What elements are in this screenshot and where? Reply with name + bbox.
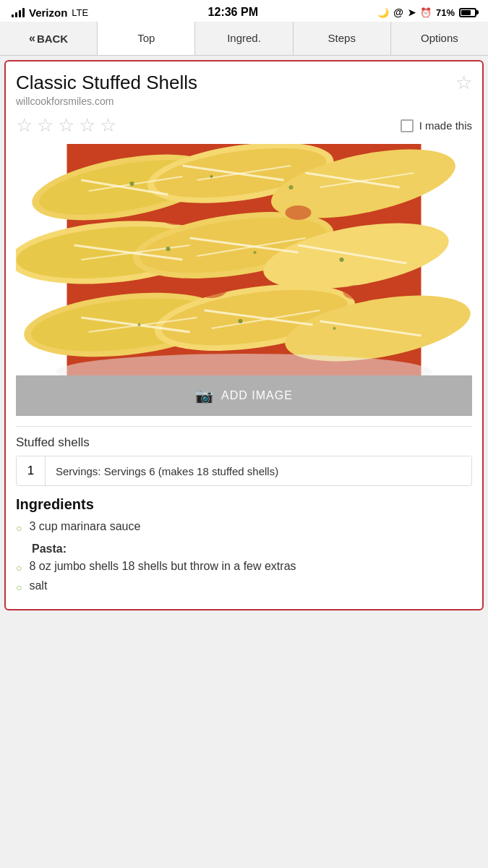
at-icon: @: [393, 7, 403, 18]
navigation-tabs: « BACK Top Ingred. Steps Options: [0, 22, 488, 56]
network-label: LTE: [72, 7, 88, 18]
servings-row: 1 Servings: Servings 6 (makes 18 stuffed…: [16, 456, 472, 486]
rating-row: ☆ ☆ ☆ ☆ ☆ I made this: [6, 107, 482, 144]
add-image-label: ADD IMAGE: [221, 389, 293, 402]
tab-ingred[interactable]: Ingred.: [195, 22, 293, 55]
svg-point-43: [239, 319, 243, 323]
battery-icon: [459, 8, 476, 17]
signal-bar-3: [19, 10, 21, 17]
recipe-description: Stuffed shells: [6, 427, 482, 456]
star-3[interactable]: ☆: [58, 114, 74, 137]
star-5[interactable]: ☆: [100, 114, 116, 137]
tab-steps-label: Steps: [328, 32, 356, 44]
status-left: Verizon LTE: [12, 7, 88, 19]
tab-top-label: Top: [137, 32, 155, 44]
ingredient-text: 3 cup marinara sauce: [29, 520, 140, 533]
star-rating[interactable]: ☆ ☆ ☆ ☆ ☆: [16, 114, 116, 137]
food-image: [16, 144, 472, 375]
signal-bar-4: [22, 8, 25, 17]
battery-percent: 71%: [436, 7, 455, 18]
ingredient-item: ○ 8 oz jumbo shells 18 shells but throw …: [16, 560, 472, 574]
back-label: BACK: [37, 33, 68, 45]
svg-point-35: [343, 285, 369, 299]
recipe-source: willcookforsmiles.com: [16, 95, 472, 107]
svg-point-34: [196, 279, 228, 298]
made-this-section: I made this: [401, 119, 472, 132]
ingredient-item: ○ 3 cup marinara sauce: [16, 520, 472, 534]
time-display: 12:36 PM: [208, 6, 258, 19]
svg-point-38: [289, 185, 294, 190]
ingredient-item: ○ salt: [16, 579, 472, 593]
made-this-checkbox[interactable]: [401, 119, 414, 132]
add-image-button[interactable]: 📷 ADD IMAGE: [16, 375, 472, 416]
svg-point-42: [138, 323, 141, 326]
ingredients-section: Ingredients ○ 3 cup marinara sauce Pasta…: [6, 496, 482, 609]
back-button[interactable]: « BACK: [0, 22, 98, 55]
signal-bars: [12, 7, 25, 17]
star-4[interactable]: ☆: [79, 114, 95, 137]
made-this-label: I made this: [419, 119, 472, 132]
favorite-star-button[interactable]: ☆: [455, 72, 472, 94]
tab-options-label: Options: [421, 32, 458, 44]
svg-point-41: [340, 258, 344, 262]
status-bar: Verizon LTE 12:36 PM 🌙 @ ➤ ⏰ 71%: [0, 0, 488, 22]
bullet-icon: ○: [16, 562, 22, 574]
bullet-icon: ○: [16, 522, 22, 534]
svg-point-36: [130, 182, 134, 186]
svg-point-40: [254, 251, 257, 254]
servings-number[interactable]: 1: [17, 456, 46, 485]
food-image-container: [16, 144, 472, 375]
camera-icon: 📷: [195, 387, 214, 404]
back-chevron-icon: «: [29, 32, 35, 45]
svg-point-32: [161, 208, 190, 225]
alarm-icon: ⏰: [420, 7, 432, 18]
recipe-header: Classic Stuffed Shells willcookforsmiles…: [6, 61, 482, 107]
star-1[interactable]: ☆: [16, 114, 33, 137]
star-2[interactable]: ☆: [37, 114, 53, 137]
moon-icon: 🌙: [377, 7, 389, 18]
bullet-icon: ○: [16, 582, 22, 593]
ingredient-text: 8 oz jumbo shells 18 shells but throw in…: [29, 560, 296, 573]
tab-top[interactable]: Top: [98, 22, 195, 55]
status-right: 🌙 @ ➤ ⏰ 71%: [377, 7, 476, 18]
tab-steps[interactable]: Steps: [294, 22, 391, 55]
carrier-label: Verizon: [29, 7, 67, 19]
signal-bar-2: [15, 12, 17, 17]
signal-bar-1: [12, 14, 14, 17]
svg-point-44: [333, 327, 336, 330]
ingredient-subheading: Pasta:: [16, 540, 472, 560]
recipe-title: Classic Stuffed Shells: [16, 72, 472, 94]
svg-point-37: [210, 175, 213, 178]
recipe-card: Classic Stuffed Shells willcookforsmiles…: [4, 60, 484, 610]
tab-options[interactable]: Options: [391, 22, 488, 55]
battery-fill: [461, 10, 471, 15]
servings-label: Servings: Servings 6 (makes 18 stuffed s…: [46, 458, 288, 485]
ingredient-text: salt: [29, 579, 47, 592]
svg-point-33: [286, 205, 312, 220]
tab-ingred-label: Ingred.: [227, 32, 261, 44]
ingredients-title: Ingredients: [16, 496, 472, 513]
svg-point-39: [166, 247, 171, 251]
location-icon: ➤: [408, 7, 416, 18]
